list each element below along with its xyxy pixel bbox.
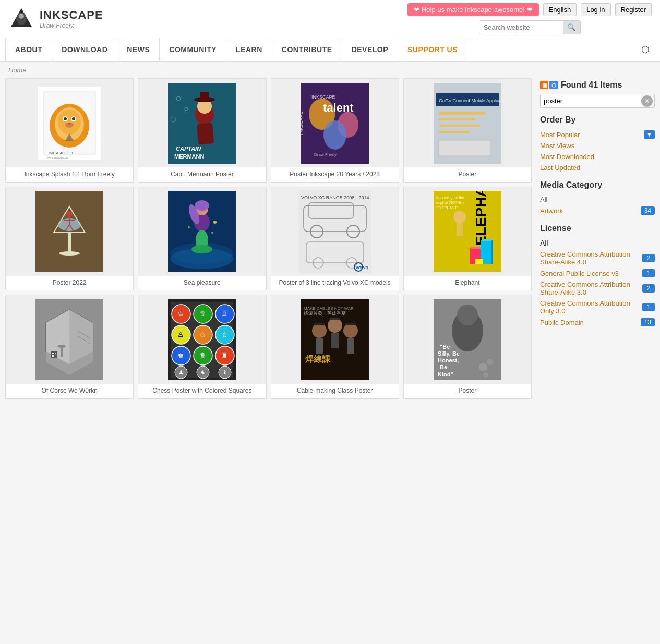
gallery-caption: Poster — [404, 384, 531, 398]
sidebar-search-input[interactable] — [541, 94, 641, 107]
share-icon[interactable]: ⬡ — [636, 39, 655, 60]
svg-rect-80 — [471, 247, 482, 249]
svg-point-152 — [479, 363, 487, 371]
order-most-downloaded-link[interactable]: Most Downloaded — [540, 153, 594, 161]
breadcrumb-home[interactable]: Home — [8, 66, 27, 74]
license-cc-only3-badge: 1 — [642, 303, 655, 311]
heart-banner[interactable]: ❤ Help us make Inkscape awesome! ❤ — [407, 3, 538, 16]
sidebar-clear-button[interactable]: ✕ — [641, 95, 653, 107]
nav-community[interactable]: COMMUNITY — [160, 38, 226, 61]
svg-rect-46 — [68, 233, 71, 253]
nav-contribute[interactable]: CONTRIBUTE — [272, 38, 342, 61]
search-input[interactable] — [479, 21, 563, 34]
category-list: All Artwork 34 — [540, 194, 655, 216]
svg-text:♔: ♔ — [177, 309, 184, 318]
thumb-sea — [138, 187, 266, 276]
nav-develop[interactable]: DEVELOP — [342, 38, 398, 61]
svg-point-10 — [64, 117, 67, 120]
logo-text: INKSCAPE Draw Freely. — [40, 8, 103, 29]
order-most-popular-link[interactable]: Most Popular — [540, 131, 580, 139]
search-bar: 🔍 — [479, 20, 581, 34]
license-cc-only3-link[interactable]: Creative Commons Attribution Only 3.0 — [540, 299, 642, 315]
svg-text:焊線課: 焊線課 — [305, 354, 331, 363]
svg-rect-39 — [439, 112, 486, 115]
thumb-poster2022 — [6, 187, 133, 276]
svg-text:Honest,: Honest, — [438, 357, 459, 363]
svg-rect-44 — [35, 191, 103, 272]
gallery-caption: Capt. Mermann Poster — [138, 167, 266, 182]
svg-text:♜: ♜ — [221, 351, 228, 359]
gallery-item[interactable]: Poster 2022 — [5, 187, 134, 291]
gallery-item[interactable]: Sea pleasure — [138, 187, 266, 291]
license-cc-sa4[interactable]: Creative Commons Attribution Share-Alike… — [540, 249, 655, 268]
license-gpl3-link[interactable]: General Public License v3 — [540, 270, 619, 277]
svg-point-153 — [487, 359, 493, 365]
svg-rect-43 — [439, 140, 491, 156]
gallery-item[interactable]: 焊線課 MAKE CABLES NOT WAR 搖滾首發・英雄香草 Cable-… — [271, 295, 399, 399]
svg-text:GoGo Connect Mobile Applicatio: GoGo Connect Mobile Application — [439, 98, 501, 103]
gallery-caption: Of Corse We W0rkn — [6, 384, 133, 398]
license-public-domain-link[interactable]: Public Domain — [540, 319, 584, 326]
nav-news[interactable]: NEWS — [117, 38, 160, 61]
order-list: Most Popular ▼ Most Views Most Downloade… — [540, 129, 655, 173]
top-right: ❤ Help us make Inkscape awesome! ❤ Engli… — [407, 3, 652, 34]
svg-rect-138 — [316, 338, 323, 354]
order-last-updated[interactable]: Last Updated — [540, 162, 655, 173]
gallery-item[interactable]: VOLVO XC RANGE 2008 - 2014 VOLVO — [271, 187, 399, 291]
order-last-updated-link[interactable]: Last Updated — [540, 164, 580, 172]
sidebar-search-bar: ✕ — [540, 94, 655, 108]
nav-support[interactable]: SUPPORT US — [398, 38, 467, 61]
language-button[interactable]: English — [543, 3, 577, 16]
top-right-row1: ❤ Help us make Inkscape awesome! ❤ Engli… — [407, 3, 652, 16]
thumb-lion: INKSCAPE 1.1 www.inkscape.org — [6, 79, 133, 167]
svg-rect-139 — [331, 333, 339, 348]
svg-text:Screening for the: Screening for the — [436, 196, 464, 200]
thumb-volvo: VOLVO XC RANGE 2008 - 2014 VOLVO — [271, 187, 399, 276]
license-public-domain-badge: 13 — [641, 318, 655, 326]
gallery-item[interactable]: GoGo Connect Mobile Application Poster — [403, 78, 532, 183]
svg-rect-137 — [345, 323, 356, 325]
thumb-elephant: ELEPHANT Screening for the — [404, 187, 531, 276]
login-button[interactable]: Log in — [581, 3, 610, 16]
license-cc-only3[interactable]: Creative Commons Attribution Only 3.0 1 — [540, 298, 655, 317]
register-button[interactable]: Register — [615, 3, 652, 16]
svg-text:INKSCAPE: INKSCAPE — [311, 94, 335, 100]
svg-text:♙: ♙ — [177, 330, 184, 338]
breadcrumb: Home — [0, 62, 660, 78]
license-cc-sa4-link[interactable]: Creative Commons Attribution Share-Alike… — [540, 250, 642, 266]
gallery-item[interactable]: INKSCAPE 1.1 www.inkscape.org Inkscape S… — [5, 78, 134, 183]
svg-point-49 — [66, 211, 73, 217]
nav-about[interactable]: ABOUT — [5, 38, 52, 61]
license-list: All Creative Commons Attribution Share-A… — [540, 237, 655, 328]
svg-rect-98 — [51, 351, 57, 358]
category-artwork-link[interactable]: Artwork — [540, 207, 563, 215]
svg-rect-87 — [457, 223, 463, 236]
gallery-item[interactable]: Of Corse We W0rkn — [5, 295, 134, 399]
artwork-count-badge: 34 — [641, 206, 655, 215]
order-most-downloaded[interactable]: Most Downloaded — [540, 151, 655, 162]
svg-rect-25 — [200, 92, 209, 101]
license-public-domain[interactable]: Public Domain 13 — [540, 317, 655, 328]
license-all[interactable]: All — [540, 237, 655, 249]
gallery-item[interactable]: "Be Silly, Be Honest, Be Kind" Poster — [403, 295, 532, 399]
gallery-caption: Sea pleasure — [138, 276, 266, 290]
search-button[interactable]: 🔍 — [563, 21, 580, 34]
svg-text:♘: ♘ — [199, 330, 206, 338]
license-cc-sa3-link[interactable]: Creative Commons Attribution Share-Alike… — [540, 281, 642, 296]
order-most-popular[interactable]: Most Popular ▼ — [540, 129, 655, 140]
gallery-item[interactable]: CAPTAIN MERMANN Capt. Mermann Poster — [138, 78, 266, 183]
category-all[interactable]: All — [540, 194, 655, 205]
svg-point-11 — [72, 117, 75, 120]
gallery-item[interactable]: ELEPHANT Screening for the — [403, 187, 532, 291]
order-most-views-link[interactable]: Most Views — [540, 142, 574, 150]
category-artwork[interactable]: Artwork 34 — [540, 205, 655, 216]
gallery-item[interactable]: talent INKSCAPE Draw Freely INKSCAPE Pos… — [271, 78, 399, 183]
svg-text:MAKE CABLES NOT WAR: MAKE CABLES NOT WAR — [304, 306, 354, 311]
license-cc-sa3[interactable]: Creative Commons Attribution Share-Alike… — [540, 279, 655, 298]
order-most-views[interactable]: Most Views — [540, 140, 655, 151]
nav-download[interactable]: DOWNLOAD — [52, 38, 117, 61]
gallery-item[interactable]: ♔ ♕ ♖ ♙ ♘ ♗ ♚ ♛ ♜ ♟ ♞ ♝ Chess Poste — [138, 295, 266, 399]
license-gpl3[interactable]: General Public License v3 1 — [540, 268, 655, 279]
svg-rect-41 — [439, 125, 481, 127]
nav-learn[interactable]: LEARN — [226, 38, 272, 61]
